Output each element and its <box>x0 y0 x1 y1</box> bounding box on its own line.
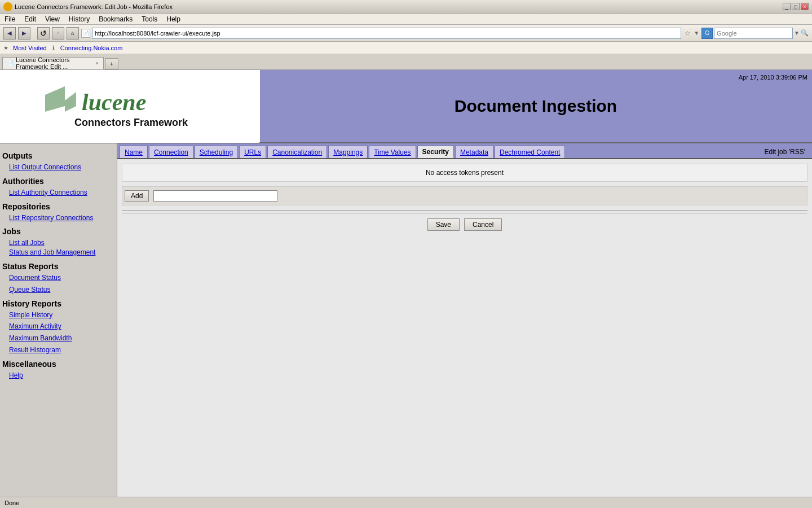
tab-scheduling[interactable]: Scheduling <box>195 146 238 158</box>
search-container: G ▼ 🔍 <box>701 28 809 39</box>
tab-urls[interactable]: URLs <box>239 146 266 158</box>
page-title: Document Ingestion <box>454 97 617 116</box>
page-icon: 📄 <box>81 29 90 38</box>
edit-job-label: Edit job 'RSS' <box>760 148 810 158</box>
menu-bookmarks[interactable]: Bookmarks <box>96 15 135 23</box>
status-bar: Done <box>0 497 812 508</box>
browser-tab-active[interactable]: 📄 Lucene Connectors Framework: Edit ... … <box>2 57 104 69</box>
bookmark-star-small-icon: ★ <box>3 45 8 51</box>
info-icon: ℹ <box>52 45 55 51</box>
tab-mappings[interactable]: Mappings <box>328 146 368 158</box>
page-wrapper: lucene Connectors Framework Apr 17, 2010… <box>0 70 812 497</box>
sidebar-section-authorities: Authorities <box>0 173 117 187</box>
tab-time-values[interactable]: Time Values <box>369 146 416 158</box>
close-button[interactable]: × <box>801 3 809 10</box>
tab-label: Lucene Connectors Framework: Edit ... <box>16 56 94 70</box>
bookmark-most-visited[interactable]: Most Visited <box>13 45 47 51</box>
sidebar-link-list-repository[interactable]: List Repository Connections <box>0 212 117 224</box>
add-token-row: Add <box>122 186 807 205</box>
menu-file[interactable]: File <box>2 15 17 23</box>
svg-text:Connectors Framework: Connectors Framework <box>74 117 188 128</box>
browser-toolbar: ◀ ▶ ↺ × ⌂ 📄 ☆ ▼ G ▼ 🔍 <box>0 25 812 42</box>
menu-history[interactable]: History <box>67 15 92 23</box>
bookmarks-bar: ★ Most Visited ℹ Connecting.Nokia.com <box>0 42 812 54</box>
divider <box>122 210 807 211</box>
tab-close-icon[interactable]: × <box>96 60 99 66</box>
sidebar-link-list-output[interactable]: List Output Connections <box>0 161 117 173</box>
svg-text:lucene: lucene <box>82 89 146 115</box>
status-text: Done <box>5 500 19 506</box>
new-tab-button[interactable]: + <box>105 58 118 69</box>
header-datetime: Apr 17, 2010 3:39:06 PM <box>739 74 807 81</box>
sidebar-link-list-jobs[interactable]: List all JobsStatus and Job Management <box>0 237 117 259</box>
no-tokens-message: No access tokens present <box>122 164 807 182</box>
tab-dechromed-content[interactable]: Dechromed Content <box>495 146 565 158</box>
content-tabs: Name Connection Scheduling URLs Canonica… <box>117 143 812 159</box>
menu-edit[interactable]: Edit <box>22 15 38 23</box>
sidebar-link-list-authority[interactable]: List Authority Connections <box>0 187 117 199</box>
search-dropdown-icon[interactable]: ▼ <box>794 30 800 36</box>
sidebar-link-result-histogram[interactable]: Result Histogram <box>0 344 117 356</box>
menu-bar: File Edit View History Bookmarks Tools H… <box>0 14 812 25</box>
sidebar-link-max-activity[interactable]: Maximum Activity <box>0 321 117 332</box>
sidebar-section-status-reports: Status Reports <box>0 259 117 272</box>
page-body: Outputs List Output Connections Authorit… <box>0 143 812 497</box>
main-content: Name Connection Scheduling URLs Canonica… <box>117 143 812 497</box>
header-title-area: Apr 17, 2010 3:39:06 PM Document Ingesti… <box>259 70 812 143</box>
save-cancel-row: Save Cancel <box>122 213 807 235</box>
sidebar-section-outputs: Outputs <box>0 148 117 161</box>
sidebar-link-simple-history[interactable]: Simple History <box>0 309 117 321</box>
sidebar-link-queue-status[interactable]: Queue Status <box>0 284 117 296</box>
sidebar-link-help[interactable]: Help <box>0 370 117 382</box>
reload-button[interactable]: ↺ <box>37 27 50 40</box>
tab-security[interactable]: Security <box>417 146 454 158</box>
token-input[interactable] <box>153 190 277 202</box>
bookmark-nokia[interactable]: Connecting.Nokia.com <box>60 45 123 51</box>
sidebar-link-max-bandwidth[interactable]: Maximum Bandwidth <box>0 332 117 344</box>
tab-metadata[interactable]: Metadata <box>455 146 493 158</box>
dropdown-arrow-icon[interactable]: ▼ <box>694 30 699 36</box>
sidebar-section-repositories: Repositories <box>0 199 117 212</box>
maximize-button[interactable]: □ <box>792 3 800 10</box>
menu-view[interactable]: View <box>43 15 62 23</box>
page-header: lucene Connectors Framework Apr 17, 2010… <box>0 70 812 143</box>
security-content-area: No access tokens present Add Save Cancel <box>117 159 812 497</box>
bookmark-star-icon[interactable]: ☆ <box>683 29 692 38</box>
logo-area: lucene Connectors Framework <box>0 70 259 143</box>
add-token-button[interactable]: Add <box>125 190 149 202</box>
save-button[interactable]: Save <box>427 218 460 231</box>
sidebar-section-jobs: Jobs <box>0 224 117 237</box>
svg-marker-0 <box>45 86 76 112</box>
firefox-icon <box>3 2 12 11</box>
minimize-button[interactable]: _ <box>783 3 791 10</box>
menu-help[interactable]: Help <box>164 15 183 23</box>
back-button[interactable]: ◀ <box>3 27 16 40</box>
search-engine-icon[interactable]: G <box>701 28 713 39</box>
address-bar-container: 📄 ☆ ▼ <box>81 28 699 39</box>
browser-titlebar: Lucene Connectors Framework: Edit Job - … <box>0 0 812 14</box>
browser-title: Lucene Connectors Framework: Edit Job - … <box>15 3 780 10</box>
sidebar-section-history-reports: History Reports <box>0 296 117 309</box>
logo-svg: lucene Connectors Framework <box>34 81 226 132</box>
search-go-icon[interactable]: 🔍 <box>801 29 809 37</box>
cancel-button[interactable]: Cancel <box>464 218 502 231</box>
tab-connection[interactable]: Connection <box>149 146 193 158</box>
sidebar-section-misc: Miscellaneous <box>0 356 117 370</box>
home-button[interactable]: ⌂ <box>67 27 79 40</box>
tab-icon: 📄 <box>7 60 14 66</box>
search-input[interactable] <box>714 28 793 39</box>
forward-button[interactable]: ▶ <box>18 27 30 40</box>
menu-tools[interactable]: Tools <box>139 15 160 23</box>
sidebar: Outputs List Output Connections Authorit… <box>0 143 117 497</box>
sidebar-link-document-status[interactable]: Document Status <box>0 272 117 284</box>
tab-canonicalization[interactable]: Canonicalization <box>267 146 327 158</box>
stop-button[interactable]: × <box>52 27 64 40</box>
tab-name[interactable]: Name <box>120 146 148 158</box>
address-input[interactable] <box>92 28 681 39</box>
tab-bar: 📄 Lucene Connectors Framework: Edit ... … <box>0 54 812 70</box>
